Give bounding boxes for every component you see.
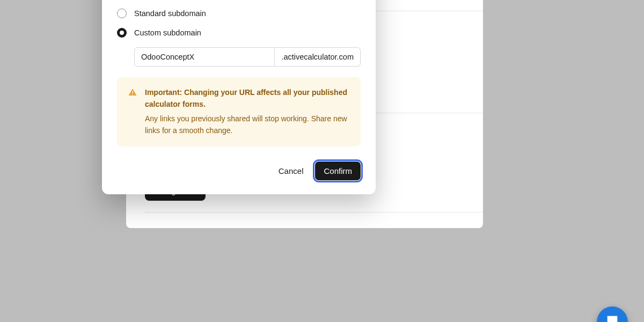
change-url-modal: Standard subdomain Custom subdomain .act… [102, 0, 376, 194]
divider [145, 212, 483, 213]
warning-text: Important: Changing your URL affects all… [145, 87, 350, 137]
radio-label: Custom subdomain [134, 28, 201, 37]
radio-unchecked-icon [117, 9, 127, 18]
svg-rect-0 [132, 91, 133, 93]
modal-button-row: Cancel Confirm [117, 162, 361, 180]
radio-checked-icon [117, 28, 127, 38]
radio-option-custom[interactable]: Custom subdomain [117, 28, 361, 38]
cancel-button[interactable]: Cancel [276, 162, 306, 180]
radio-label: Standard subdomain [134, 9, 206, 18]
subdomain-input[interactable] [134, 47, 275, 67]
chat-fab[interactable] [597, 306, 628, 322]
warning-body: Any links you previously shared will sto… [145, 113, 350, 136]
warning-icon [128, 87, 137, 97]
radio-option-standard[interactable]: Standard subdomain [117, 9, 361, 18]
subdomain-suffix: .activecalculator.com [275, 47, 361, 67]
chat-icon [605, 313, 620, 322]
svg-rect-1 [132, 94, 133, 95]
warning-title: Important: Changing your URL affects all… [145, 87, 350, 110]
subdomain-radio-group: Standard subdomain Custom subdomain [117, 9, 361, 38]
warning-alert: Important: Changing your URL affects all… [117, 77, 361, 147]
confirm-button[interactable]: Confirm [315, 162, 361, 180]
subdomain-input-group: .activecalculator.com [134, 47, 361, 67]
